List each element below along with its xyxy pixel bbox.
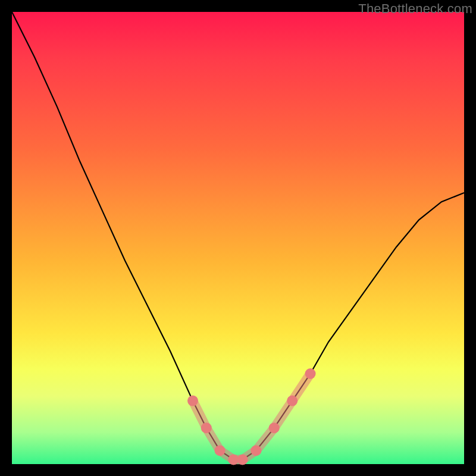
curve-marker bbox=[250, 445, 261, 456]
watermark-text: TheBottleneck.com bbox=[358, 1, 472, 17]
curve-marker bbox=[287, 396, 298, 406]
bottleneck-curve bbox=[12, 12, 464, 459]
curve-marker bbox=[237, 454, 248, 465]
curve-marker bbox=[187, 396, 198, 406]
curve-marker bbox=[215, 445, 226, 456]
curve-marker bbox=[201, 422, 212, 433]
plot-area bbox=[12, 12, 464, 464]
curve-svg bbox=[12, 12, 464, 464]
curve-markers bbox=[187, 368, 316, 465]
curve-marker bbox=[269, 422, 280, 433]
curve-marker bbox=[305, 368, 316, 379]
chart-frame: TheBottleneck.com bbox=[0, 0, 476, 476]
